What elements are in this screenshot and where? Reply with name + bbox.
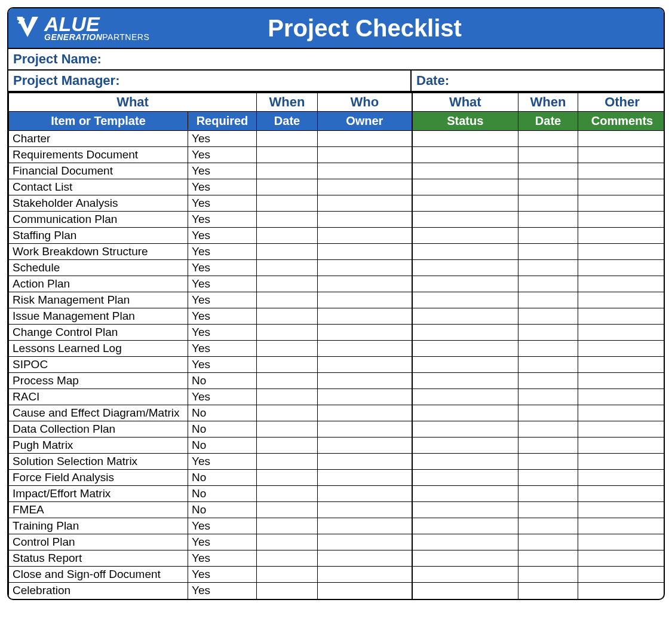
cell-owner[interactable] [318,228,412,244]
cell-date-1[interactable] [257,228,318,244]
cell-status[interactable] [412,550,518,567]
cell-owner[interactable] [318,179,412,195]
cell-date-2[interactable] [518,534,578,550]
cell-status[interactable] [412,567,518,583]
cell-comments[interactable] [578,583,665,599]
cell-date-1[interactable] [257,292,318,308]
cell-status[interactable] [412,308,518,325]
cell-status[interactable] [412,147,518,163]
cell-date-2[interactable] [518,163,578,179]
cell-owner[interactable] [318,357,412,373]
cell-date-1[interactable] [257,357,318,373]
cell-status[interactable] [412,421,518,438]
cell-status[interactable] [412,518,518,534]
cell-date-1[interactable] [257,405,318,421]
cell-date-2[interactable] [518,550,578,567]
cell-date-1[interactable] [257,502,318,518]
cell-date-1[interactable] [257,147,318,163]
cell-owner[interactable] [318,276,412,292]
cell-date-2[interactable] [518,502,578,518]
cell-date-1[interactable] [257,276,318,292]
cell-status[interactable] [412,163,518,179]
cell-comments[interactable] [578,421,665,438]
cell-status[interactable] [412,389,518,405]
cell-comments[interactable] [578,292,665,308]
cell-owner[interactable] [318,163,412,179]
cell-comments[interactable] [578,567,665,583]
cell-owner[interactable] [318,550,412,567]
cell-comments[interactable] [578,131,665,147]
cell-date-1[interactable] [257,260,318,276]
cell-comments[interactable] [578,341,665,357]
cell-owner[interactable] [318,308,412,325]
cell-comments[interactable] [578,389,665,405]
cell-date-1[interactable] [257,486,318,502]
cell-status[interactable] [412,276,518,292]
cell-status[interactable] [412,341,518,357]
cell-date-1[interactable] [257,308,318,325]
cell-status[interactable] [412,438,518,454]
cell-date-1[interactable] [257,389,318,405]
cell-date-2[interactable] [518,518,578,534]
cell-date-2[interactable] [518,470,578,486]
cell-owner[interactable] [318,405,412,421]
cell-date-1[interactable] [257,212,318,228]
cell-owner[interactable] [318,131,412,147]
cell-date-1[interactable] [257,179,318,195]
cell-owner[interactable] [318,454,412,470]
cell-date-1[interactable] [257,518,318,534]
cell-status[interactable] [412,228,518,244]
cell-status[interactable] [412,454,518,470]
cell-comments[interactable] [578,163,665,179]
cell-status[interactable] [412,357,518,373]
cell-date-2[interactable] [518,486,578,502]
cell-owner[interactable] [318,389,412,405]
cell-date-1[interactable] [257,131,318,147]
cell-status[interactable] [412,373,518,389]
cell-owner[interactable] [318,244,412,260]
cell-owner[interactable] [318,534,412,550]
cell-comments[interactable] [578,276,665,292]
cell-owner[interactable] [318,486,412,502]
cell-date-2[interactable] [518,244,578,260]
cell-comments[interactable] [578,373,665,389]
cell-status[interactable] [412,260,518,276]
cell-date-2[interactable] [518,292,578,308]
cell-date-2[interactable] [518,325,578,341]
cell-owner[interactable] [318,583,412,599]
cell-date-1[interactable] [257,325,318,341]
cell-owner[interactable] [318,470,412,486]
cell-comments[interactable] [578,308,665,325]
cell-comments[interactable] [578,438,665,454]
cell-status[interactable] [412,195,518,212]
cell-owner[interactable] [318,260,412,276]
cell-owner[interactable] [318,421,412,438]
cell-comments[interactable] [578,244,665,260]
cell-date-2[interactable] [518,260,578,276]
cell-comments[interactable] [578,405,665,421]
cell-date-2[interactable] [518,179,578,195]
cell-date-2[interactable] [518,147,578,163]
cell-comments[interactable] [578,228,665,244]
cell-status[interactable] [412,292,518,308]
cell-status[interactable] [412,534,518,550]
cell-status[interactable] [412,502,518,518]
cell-owner[interactable] [318,567,412,583]
cell-comments[interactable] [578,357,665,373]
cell-date-1[interactable] [257,438,318,454]
cell-owner[interactable] [318,147,412,163]
cell-date-2[interactable] [518,276,578,292]
cell-status[interactable] [412,405,518,421]
cell-date-1[interactable] [257,550,318,567]
cell-date-2[interactable] [518,567,578,583]
cell-comments[interactable] [578,534,665,550]
cell-comments[interactable] [578,518,665,534]
cell-date-2[interactable] [518,454,578,470]
cell-comments[interactable] [578,195,665,212]
cell-date-1[interactable] [257,534,318,550]
cell-date-2[interactable] [518,308,578,325]
cell-owner[interactable] [318,292,412,308]
cell-owner[interactable] [318,502,412,518]
cell-status[interactable] [412,244,518,260]
cell-comments[interactable] [578,454,665,470]
